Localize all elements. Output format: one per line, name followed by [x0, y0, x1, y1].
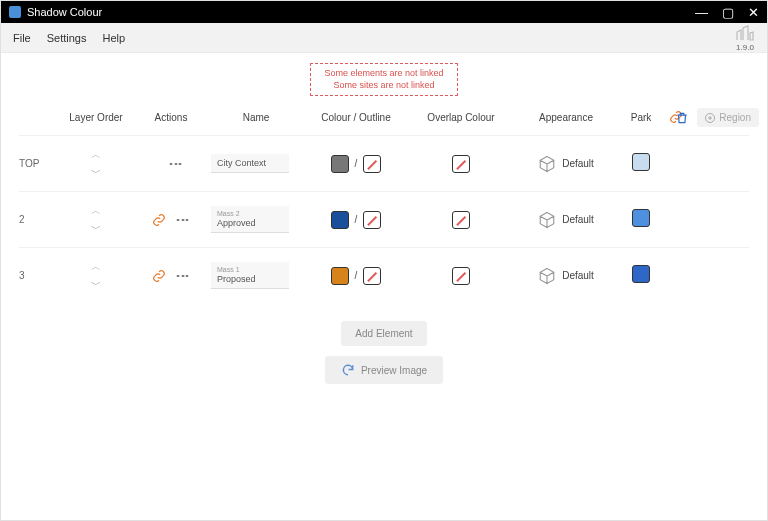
- overlap-colour-swatch[interactable]: [452, 211, 470, 229]
- action-buttons: Add Element Preview Image: [19, 321, 749, 384]
- colour-swatch[interactable]: [331, 267, 349, 285]
- row-index: 3: [19, 270, 61, 281]
- layer-order-controls: ︿ ﹀: [61, 204, 131, 236]
- link-button[interactable]: [152, 269, 166, 283]
- trash-icon: [675, 111, 689, 125]
- outline-swatch[interactable]: [363, 211, 381, 229]
- appearance-select[interactable]: Default: [511, 267, 621, 285]
- menu-help[interactable]: Help: [102, 32, 125, 44]
- window-title: Shadow Colour: [27, 6, 102, 18]
- separator: /: [355, 214, 358, 225]
- park-swatch[interactable]: [632, 209, 650, 227]
- close-button[interactable]: ✕: [748, 5, 759, 20]
- move-down-button[interactable]: ﹀: [91, 278, 101, 292]
- park-swatch[interactable]: [632, 153, 650, 171]
- content: Some elements are not linked Some sites …: [1, 53, 767, 394]
- cube-icon: [538, 267, 556, 285]
- header-layer-order: Layer Order: [61, 108, 131, 127]
- name-field[interactable]: Mass 2Approved: [211, 206, 289, 233]
- appearance-value: Default: [562, 214, 594, 225]
- more-actions-button[interactable]: ⋮: [176, 270, 190, 282]
- row-name: City Context: [217, 158, 266, 168]
- layer-order-controls: ︿ ﹀: [61, 260, 131, 292]
- menu-file[interactable]: File: [13, 32, 31, 44]
- header-park: Park: [621, 108, 661, 127]
- window-controls: — ▢ ✕: [695, 5, 759, 20]
- version-text: 1.9.0: [736, 43, 754, 52]
- separator: /: [355, 158, 358, 169]
- warning-banner: Some elements are not linked Some sites …: [310, 63, 458, 96]
- park-swatch[interactable]: [632, 265, 650, 283]
- link-icon: [152, 269, 166, 283]
- appearance-value: Default: [562, 270, 594, 281]
- row-name: Proposed: [217, 274, 256, 284]
- outline-swatch[interactable]: [363, 155, 381, 173]
- layer-order-controls: ︿ ﹀: [61, 148, 131, 180]
- row-index: 2: [19, 214, 61, 225]
- header-appearance: Appearance: [511, 108, 621, 127]
- preview-image-button[interactable]: Preview Image: [325, 356, 443, 384]
- name-field[interactable]: Mass 1Proposed: [211, 262, 289, 289]
- app-icon: [9, 6, 21, 18]
- header-colour-outline: Colour / Outline: [301, 108, 411, 127]
- move-up-button[interactable]: ︿: [91, 148, 101, 162]
- add-element-button[interactable]: Add Element: [341, 321, 426, 346]
- more-actions-button[interactable]: ⋮: [176, 214, 190, 226]
- appearance-select[interactable]: Default: [511, 211, 621, 229]
- refresh-icon: [341, 363, 355, 377]
- cube-icon: [538, 211, 556, 229]
- move-up-button[interactable]: ︿: [91, 260, 101, 274]
- region-button[interactable]: Region: [697, 108, 759, 127]
- move-down-button[interactable]: ﹀: [91, 222, 101, 236]
- colour-swatch[interactable]: [331, 155, 349, 173]
- table-row: 2 ︿ ﹀ ⋮ Mass 2Approved / Default: [19, 191, 749, 247]
- overlap-colour-swatch[interactable]: [452, 155, 470, 173]
- mass-label: Mass 2: [217, 210, 283, 217]
- appearance-select[interactable]: Default: [511, 155, 621, 173]
- mass-label: Mass 1: [217, 266, 283, 273]
- minimize-button[interactable]: —: [695, 5, 708, 20]
- name-field[interactable]: City Context: [211, 154, 289, 173]
- warning-line-1: Some elements are not linked: [317, 68, 451, 80]
- table-row: 3 ︿ ﹀ ⋮ Mass 1Proposed / Default: [19, 247, 749, 303]
- cube-icon: [538, 155, 556, 173]
- more-actions-button[interactable]: ⋮: [169, 158, 183, 170]
- row-actions: ⋮: [131, 269, 211, 283]
- header-actions: Actions: [131, 108, 211, 127]
- table-row: TOP ︿ ﹀ ⋮ City Context / Default: [19, 135, 749, 191]
- warning-line-2: Some sites are not linked: [317, 80, 451, 92]
- move-up-button[interactable]: ︿: [91, 204, 101, 218]
- header-name: Name: [211, 108, 301, 127]
- menu-settings[interactable]: Settings: [47, 32, 87, 44]
- header-overlap-colour: Overlap Colour: [411, 108, 511, 127]
- titlebar: Shadow Colour — ▢ ✕: [1, 1, 767, 23]
- buildings-icon: [735, 24, 755, 42]
- delete-all-button[interactable]: [675, 111, 689, 125]
- row-index: TOP: [19, 158, 61, 169]
- colour-swatch[interactable]: [331, 211, 349, 229]
- appearance-value: Default: [562, 158, 594, 169]
- row-actions: ⋮: [131, 213, 211, 227]
- plus-icon: [705, 113, 715, 123]
- overlap-colour-swatch[interactable]: [452, 267, 470, 285]
- separator: /: [355, 270, 358, 281]
- maximize-button[interactable]: ▢: [722, 5, 734, 20]
- column-headers: Layer Order Actions Name Colour / Outlin…: [19, 104, 749, 131]
- link-button[interactable]: [152, 213, 166, 227]
- outline-swatch[interactable]: [363, 267, 381, 285]
- link-icon: [152, 213, 166, 227]
- row-actions: ⋮: [131, 158, 211, 170]
- menubar: File Settings Help 1.9.0: [1, 23, 767, 53]
- move-down-button[interactable]: ﹀: [91, 166, 101, 180]
- row-name: Approved: [217, 218, 256, 228]
- version-badge: 1.9.0: [735, 24, 755, 52]
